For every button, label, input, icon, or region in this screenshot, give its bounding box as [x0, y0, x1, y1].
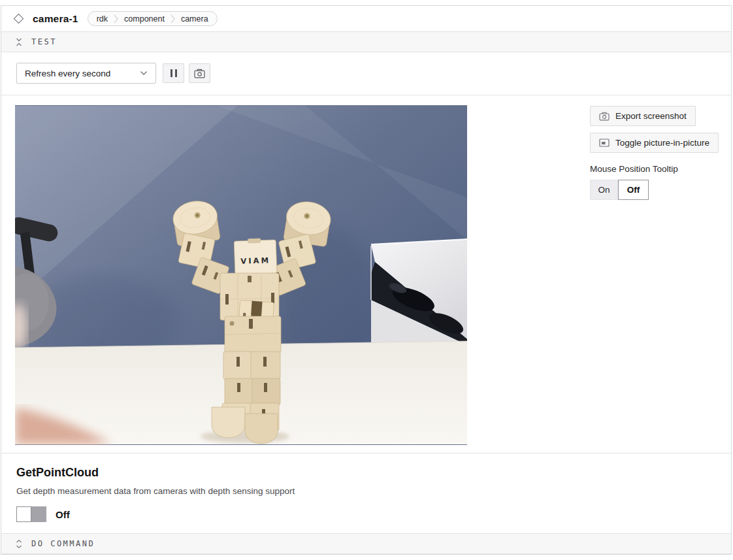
pause-icon	[171, 69, 177, 77]
get-point-cloud-state-label: Off	[56, 509, 70, 520]
feed-side-panel: Export screenshot Toggle picture-in-pict…	[590, 106, 719, 200]
viam-logo-text: VIAM	[240, 255, 270, 266]
test-section-label: TEST	[31, 37, 57, 46]
export-screenshot-label: Export screenshot	[615, 111, 687, 121]
diamond-icon	[14, 14, 24, 24]
cabinet	[371, 239, 467, 350]
screenshot-button[interactable]	[189, 63, 210, 83]
breadcrumb-item-rdk: rdk	[97, 14, 108, 24]
expand-vertical-icon	[16, 540, 22, 548]
get-point-cloud-description: Get depth measurement data from cameras …	[16, 486, 731, 496]
mouse-position-tooltip-label: Mouse Position Tooltip	[590, 164, 678, 174]
test-section-header[interactable]: TEST	[1, 31, 731, 52]
camera-icon	[599, 112, 610, 121]
get-point-cloud-toggle[interactable]	[16, 506, 46, 522]
chevron-down-icon	[140, 71, 148, 76]
breadcrumb-item-component: component	[124, 14, 165, 24]
pause-refresh-button[interactable]	[163, 63, 184, 83]
camera-component-panel: camera-1 rdk component camera TEST Refre…	[1, 5, 732, 555]
get-point-cloud-toggle-row: Off	[16, 506, 731, 522]
tooltip-toggle-group: On Off	[590, 180, 649, 200]
chevron-right-icon	[171, 14, 175, 24]
camera-feed-section: VIAM	[1, 95, 731, 453]
refresh-rate-select[interactable]: Refresh every second	[16, 63, 156, 84]
chevron-right-icon	[114, 14, 118, 24]
collapse-vertical-icon	[16, 38, 22, 46]
tooltip-on-button[interactable]: On	[590, 180, 618, 200]
resource-title: camera-1	[33, 13, 78, 25]
breadcrumb-item-camera: camera	[181, 14, 208, 24]
do-command-section-label: DO COMMAND	[31, 539, 95, 548]
toggle-pip-button[interactable]: Toggle picture-in-picture	[590, 133, 719, 153]
refresh-rate-value: Refresh every second	[25, 69, 110, 78]
get-point-cloud-section: GetPointCloud Get depth measurement data…	[1, 453, 731, 536]
panel-header: camera-1 rdk component camera	[1, 6, 731, 31]
camera-icon	[194, 69, 205, 78]
camera-feed-image: VIAM	[15, 105, 467, 445]
robot-head: VIAM	[234, 238, 277, 274]
picture-in-picture-icon	[599, 139, 610, 147]
tooltip-off-button[interactable]: Off	[618, 180, 649, 200]
camera-live-feed: VIAM	[15, 105, 467, 445]
toggle-pip-label: Toggle picture-in-picture	[615, 138, 709, 148]
refresh-controls: Refresh every second	[1, 52, 731, 95]
toggle-knob	[16, 506, 31, 522]
breadcrumb: rdk component camera	[88, 11, 218, 26]
export-screenshot-button[interactable]: Export screenshot	[590, 106, 696, 126]
get-point-cloud-title: GetPointCloud	[16, 453, 731, 480]
do-command-section-header[interactable]: DO COMMAND	[1, 533, 731, 554]
